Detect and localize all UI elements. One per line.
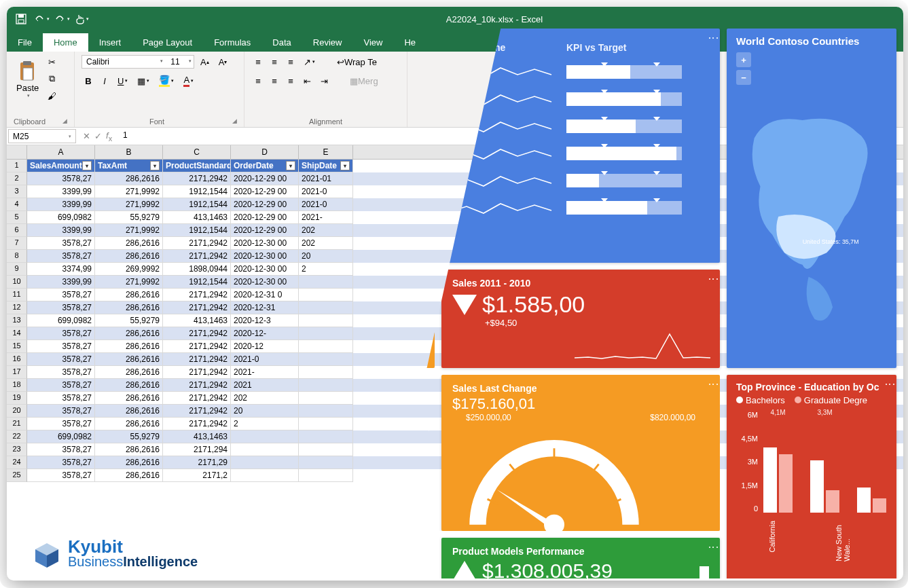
cell[interactable]: 286,2616 <box>95 456 163 469</box>
cell[interactable] <box>299 301 353 314</box>
cell[interactable]: 2020-12-30 00 <box>231 276 299 289</box>
row-header[interactable]: 3 <box>7 185 27 198</box>
cell[interactable]: 286,2616 <box>95 366 163 379</box>
align-center-icon[interactable]: ≡ <box>268 73 281 88</box>
copy-icon[interactable]: ⧉ <box>44 71 60 86</box>
tab-view[interactable]: View <box>352 33 393 52</box>
cell[interactable]: 2171,2942 <box>163 366 231 379</box>
tab-insert[interactable]: Insert <box>88 33 132 52</box>
row-header[interactable]: 25 <box>7 469 27 482</box>
cell[interactable] <box>299 340 353 353</box>
row-header[interactable]: 14 <box>7 327 27 340</box>
orientation-icon[interactable]: ↗▾ <box>300 54 319 69</box>
undo-icon[interactable]: ▾ <box>33 10 50 28</box>
cell[interactable]: 55,9279 <box>95 430 163 443</box>
cell[interactable]: 286,2616 <box>95 443 163 456</box>
tab-help[interactable]: He <box>393 33 426 52</box>
fx-icon[interactable]: fx <box>106 130 112 143</box>
column-header[interactable]: A <box>27 145 95 159</box>
row-header[interactable]: 7 <box>7 237 27 250</box>
zoom-in-icon[interactable]: + <box>736 52 751 67</box>
cell[interactable] <box>299 443 353 456</box>
cell[interactable]: 2020-12-31 0 <box>231 289 299 301</box>
cell[interactable]: 20 <box>299 250 353 263</box>
cell[interactable]: 269,9992 <box>95 263 163 276</box>
cell[interactable]: 413,1463 <box>163 314 231 327</box>
row-header[interactable]: 9 <box>7 263 27 276</box>
cell[interactable]: 2171,2 <box>163 469 231 482</box>
row-header[interactable]: 21 <box>7 418 27 430</box>
cell[interactable]: 699,0982 <box>27 314 95 327</box>
cell[interactable]: 2021 <box>231 379 299 392</box>
wrap-text-button[interactable]: ↩ Wrap Te <box>332 54 382 69</box>
cell[interactable]: 2171,2942 <box>163 379 231 392</box>
cell[interactable]: 271,9992 <box>95 276 163 289</box>
row-header[interactable]: 24 <box>7 456 27 469</box>
cell[interactable]: 286,2616 <box>95 289 163 301</box>
cell[interactable]: 2020-12-29 00 <box>231 224 299 237</box>
table-header-cell[interactable]: SalesAmount▾ <box>27 160 95 172</box>
font-color-icon[interactable]: A▾ <box>180 73 197 88</box>
card-menu-icon[interactable]: ⋮ <box>888 379 891 390</box>
row-header[interactable]: 8 <box>7 250 27 263</box>
cell[interactable]: 2 <box>231 418 299 430</box>
underline-button[interactable]: U▾ <box>114 73 131 88</box>
cell[interactable]: 2020-12-31 <box>231 301 299 314</box>
cell[interactable] <box>299 392 353 405</box>
redo-icon[interactable]: ▾ <box>53 10 71 28</box>
table-header-cell[interactable]: OrderDate▾ <box>231 160 299 172</box>
cell[interactable]: 2020-12-30 00 <box>231 237 299 250</box>
cell[interactable]: 271,9992 <box>95 185 163 198</box>
card-menu-icon[interactable]: ⋮ <box>712 542 714 553</box>
cancel-formula-icon[interactable]: ✕ <box>83 131 90 141</box>
align-middle-icon[interactable]: ≡ <box>268 54 281 69</box>
cell[interactable]: 3374,99 <box>27 263 95 276</box>
cell[interactable]: 2171,2942 <box>163 172 231 185</box>
cell[interactable]: 2171,2942 <box>163 250 231 263</box>
cell[interactable]: 3399,99 <box>27 276 95 289</box>
cell[interactable]: 286,2616 <box>95 327 163 340</box>
cell[interactable] <box>299 327 353 340</box>
column-header[interactable]: B <box>95 145 163 159</box>
cell[interactable]: 286,2616 <box>95 340 163 353</box>
cell[interactable]: 2020-12-30 00 <box>231 250 299 263</box>
cell[interactable] <box>231 430 299 443</box>
cell[interactable]: 55,9279 <box>95 211 163 224</box>
row-header[interactable]: 20 <box>7 405 27 418</box>
fill-color-icon[interactable]: 🪣▾ <box>156 73 177 88</box>
cell[interactable]: 286,2616 <box>95 250 163 263</box>
cell[interactable]: 2020-12-29 00 <box>231 198 299 211</box>
row-header[interactable]: 15 <box>7 340 27 353</box>
cell[interactable]: 3578,27 <box>27 289 95 301</box>
cell[interactable]: 3578,27 <box>27 366 95 379</box>
increase-indent-icon[interactable]: ⇥ <box>317 73 331 88</box>
cell[interactable]: 2171,2942 <box>163 237 231 250</box>
cell[interactable]: 699,0982 <box>27 430 95 443</box>
card-menu-icon[interactable]: ⋮ <box>712 379 714 390</box>
cell[interactable]: 3399,99 <box>27 185 95 198</box>
cell[interactable]: 3578,27 <box>27 327 95 340</box>
save-icon[interactable] <box>12 10 30 28</box>
cell[interactable]: 3578,27 <box>27 379 95 392</box>
cell[interactable]: 202 <box>231 392 299 405</box>
cell[interactable]: 286,2616 <box>95 353 163 366</box>
cell[interactable]: 2171,2942 <box>163 353 231 366</box>
cell[interactable] <box>299 314 353 327</box>
touch-mode-icon[interactable]: ▾ <box>73 10 91 28</box>
align-bottom-icon[interactable]: ≡ <box>284 54 297 69</box>
cell[interactable]: 3578,27 <box>27 301 95 314</box>
column-header[interactable]: C <box>163 145 231 159</box>
cell[interactable] <box>231 469 299 482</box>
row-header[interactable]: 5 <box>7 211 27 224</box>
row-header[interactable]: 4 <box>7 198 27 211</box>
row-header[interactable]: 13 <box>7 314 27 327</box>
tab-file[interactable]: File <box>7 33 43 52</box>
cell[interactable]: 202 <box>299 237 353 250</box>
cell[interactable]: 2020-12-30 00 <box>231 263 299 276</box>
font-name-input[interactable] <box>82 56 157 68</box>
cell[interactable]: 3578,27 <box>27 456 95 469</box>
cell[interactable]: 2171,29 <box>163 456 231 469</box>
cell[interactable]: 1912,1544 <box>163 185 231 198</box>
tab-home[interactable]: Home <box>43 33 88 52</box>
cell[interactable]: 2021- <box>231 366 299 379</box>
